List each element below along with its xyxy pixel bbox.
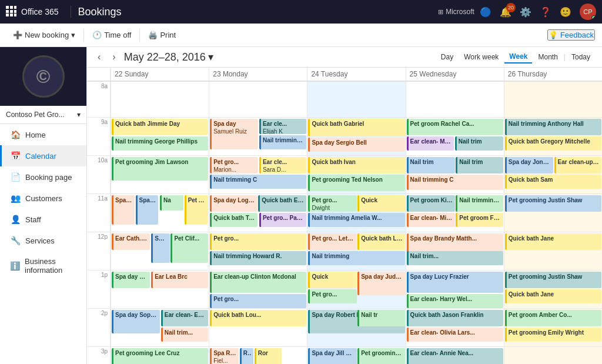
cell-sun-8a[interactable] [111,82,209,117]
cell-tue-8a[interactable] [307,82,405,117]
appt-nail-trim-sun-2p[interactable]: Nail trim... [161,328,208,342]
appt-ear-clean-annie[interactable]: Ear clean- Annie Nea... [407,348,503,364]
appt-ear-lea[interactable]: Ear Lea Brc [151,272,208,288]
appt-ray-mon[interactable]: Ray [240,348,253,364]
appt-ear-clean-wed-9a-2[interactable]: Ear clean- Marilyn W. [407,136,454,151]
company-selector[interactable]: Contoso Pet Gro... ▾ [0,106,86,124]
view-week[interactable]: Week [504,51,532,64]
view-day[interactable]: Day [436,51,458,63]
appt-nail-trim-wed-10a-2[interactable]: Nail trim [456,157,503,173]
appt-spa-day-mon-9a[interactable]: Spa day Samuel Ruiz [210,119,258,149]
appt-ear-clean-clinton[interactable]: Ear clean-up Clinton Mcdonal [210,272,306,293]
appt-pet-groom-amber[interactable]: Pet groom Amber Co... [505,310,601,326]
appt-pet-gro-mon-1p[interactable]: Pet gro... [210,294,306,308]
cell-thu-11a[interactable]: Pet grooming Justin Shaw [504,194,602,232]
appt-quick-bath-ivan[interactable]: Quick bath Ivan [308,157,404,173]
appt-ear-clean-olivia[interactable]: Ear clean- Olivia Lars... [407,328,503,342]
cell-thu-1p[interactable]: Pet grooming Justin Shaw Quick bath Jane [504,271,602,308]
appt-pet-groom-sun-10a[interactable]: Pet grooming Jim Lawson [112,157,208,181]
appt-quick-bath-sam[interactable]: Quick bath Sam [505,175,601,189]
cell-wed-3p[interactable]: Ear clean- Annie Nea... [406,347,504,364]
appt-pet-gro-pamela[interactable]: Pet gro... Pamela [259,213,306,227]
appt-pet-groom-kim[interactable]: Pet groom Kim Richa... [407,195,455,212]
smiley-icon[interactable]: 🙂 [560,6,571,18]
cell-tue-12p[interactable]: Pet gro... Leta Br... Nail trimming Quic… [307,232,405,270]
appt-spa-day-lucy[interactable]: Spa day Lucy Frazier [407,272,503,293]
appt-nail-trim-wed-10a[interactable]: Nail trim [407,157,455,173]
appt-spa-brc-sun-1p[interactable]: Spa day Brc... [112,272,150,288]
feedback-button[interactable]: 💡 Feedback [547,29,595,41]
appt-pet-groom-justin[interactable]: Pet grooming Justin Shaw [505,195,601,212]
sidebar-item-calendar[interactable]: 📅 Calendar [0,145,86,166]
cell-thu-9a[interactable]: Nail trimming Anthony Hall Quick bath Gr… [504,118,602,155]
cell-wed-11a[interactable]: Pet groom Kim Richa... Nail trimming Tyr… [406,194,504,232]
appt-spa-day-lillie[interactable]: Spa day Lillie [151,233,170,263]
appt-pet-anc[interactable]: Pet Anc [185,195,209,225]
appt-pet-gro-tue-11a[interactable]: Pet gro... Dwight [308,195,356,212]
appt-nail-trim-amelia[interactable]: Nail trimming Amelia W... [308,213,404,227]
cell-sun-3p[interactable]: Pet grooming Lee Cruz Quick bat... [111,347,209,364]
appt-quick-bath-jimmie[interactable]: Quick bath Jimmie Day [112,119,208,135]
appt-quick-bath-tere[interactable]: Quick bath Tere... [210,213,257,227]
sidebar-item-booking-page[interactable]: 📄 Booking page [0,166,86,188]
appt-quick-bath-luis[interactable]: Quick bath Luis [357,233,404,250]
cell-wed-2p[interactable]: Quick bath Jason Franklin Ear clean- Oli… [406,309,504,346]
appt-pet-groom-wed-9a[interactable]: Pet groom Rachel Ca... [407,119,503,135]
appt-ear-clean-mon-9a[interactable]: Ear cle... Elijah K [259,119,306,134]
cell-mon-9a[interactable]: Spa day Samuel Ruiz Ear cle... Elijah K … [209,118,307,155]
appt-pet-groom-ted[interactable]: Pet grooming Ted Nelson [308,175,404,191]
appt-pet-groom-justin2[interactable]: Pet grooming Justin Shaw [505,272,601,288]
appt-nail-trim-mon-9a[interactable]: Nail trimming C [259,135,306,149]
cell-wed-12p[interactable]: Spa day Brandy Matth... Nail trim... [406,232,504,270]
appt-na-sun-11a[interactable]: Na [160,195,183,211]
calendar-title[interactable]: May 22–28, 2016 ▾ [124,51,213,64]
appt-spa-day-tue-9a[interactable]: Spa day Sergio Bell [308,138,404,152]
cell-thu-12p[interactable]: Quick bath Jane [504,232,602,270]
help-icon[interactable]: ❓ [540,6,551,18]
appt-ear-sun-12p[interactable]: Ear Cath. Lo... [112,233,150,250]
appt-quick-bath-erin[interactable]: Quick bath Erin [258,195,306,212]
appt-nail-trim-thu-9a[interactable]: Nail trimming Anthony Hall [505,119,601,135]
cell-thu-8a[interactable] [504,82,602,117]
cell-tue-10a[interactable]: Quick bath Ivan Pet grooming Ted Nelson [307,156,405,193]
cell-sun-10a[interactable]: Pet grooming Jim Lawson [111,156,209,193]
appt-ear-clean-emily[interactable]: Ear clean- Emily Tayl... [161,310,208,326]
today-button[interactable]: Today [567,51,595,63]
appt-quick-bath-gregory[interactable]: Quick bath Gregory Mitchelle [505,136,601,151]
appt-nail-trim-amelia2[interactable]: Nail trimming [308,251,404,265]
cell-tue-9a[interactable]: Quick bath Gabriel Spa day Sergio Bell [307,118,405,155]
appt-quick-lou[interactable]: Quick [308,272,356,288]
cell-wed-8a[interactable] [406,82,504,117]
appt-quick-tue-11a[interactable]: Quick [357,195,404,212]
appt-quick-bath-lou[interactable]: Quick bath Lou... [210,310,306,326]
calendar-scroll[interactable]: 22 Sunday 23 Monday 24 Tuesday 25 Wednes… [87,68,602,364]
appt-nail-tr-tue[interactable]: Nail tr [357,310,404,326]
cell-mon-2p[interactable]: Quick bath Lou... [209,309,307,346]
cell-tue-1p[interactable]: Quick Spa day Judith Jensen Pet gro... [307,271,405,308]
avatar[interactable]: CP [580,4,596,20]
new-booking-button[interactable]: ➕ New booking ▾ [7,28,81,42]
appt-quick-bath-jane2[interactable]: Quick bath Jane [505,289,601,303]
cell-sun-9a[interactable]: Quick bath Jimmie Day Nail trimming Geor… [111,118,209,155]
appt-nail-trim-wed-12p[interactable]: Nail trim... [407,251,503,265]
appt-spa-day-thu-10a[interactable]: Spa day Jonathan Bailey [505,157,553,173]
appt-ear-clean-alberto[interactable]: Ear clean-up Alberto Hughes [554,157,601,173]
cell-mon-8a[interactable] [209,82,307,117]
appt-pet-groom-emily[interactable]: Pet grooming Emily Wright [505,328,601,342]
cell-thu-3p[interactable] [504,347,602,364]
appt-spa-day-jill-tue[interactable]: Spa day Jill Butler [308,348,356,364]
appt-pet-gro-mon-12p[interactable]: Pet gro... [210,233,306,250]
time-off-button[interactable]: 🕐 Time off [86,28,137,42]
cell-wed-9a[interactable]: Pet groom Rachel Ca... Nail trim Ear cle… [406,118,504,155]
view-month[interactable]: Month [533,51,562,63]
sidebar-item-staff[interactable]: 👤 Staff [0,209,86,230]
appt-quick-bath-gabriel[interactable]: Quick bath Gabriel [308,119,404,136]
sidebar-item-business-info[interactable]: ℹ️ Business information [0,251,86,280]
appt-nail-trim-mon-10a[interactable]: Nail trimming C [210,175,306,189]
cell-sun-1p[interactable]: Spa day Brc... Ear Lea Brc [111,271,209,308]
appt-nail-trimming-george[interactable]: Nail trimming George Phillips [112,136,208,151]
appt-pet-gro-tue-1p[interactable]: Pet gro... [308,289,356,303]
appt-pet-gro-leta[interactable]: Pet gro... Leta Br... [308,233,356,250]
apps-icon[interactable] [6,6,16,18]
appt-spa-day-fel[interactable]: Spa day Fel. Ku... [136,195,158,225]
